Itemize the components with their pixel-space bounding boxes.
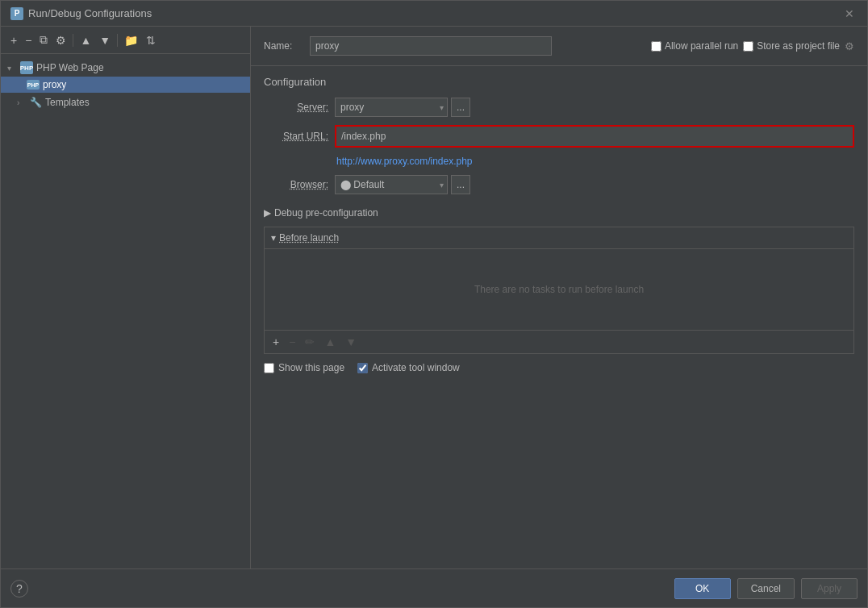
resolved-url-link[interactable]: http://www.proxy.com/index.php — [336, 156, 854, 167]
server-row: Server: proxy ... — [264, 98, 854, 117]
debug-pre-config-header[interactable]: ▶ Debug pre-configuration — [264, 202, 854, 223]
before-launch-toolbar: + − ✏ ▲ ▼ — [265, 330, 853, 353]
help-button[interactable]: ? — [10, 580, 28, 598]
sort-button[interactable]: ⇅ — [143, 32, 159, 48]
chevron-down-icon-bl: ▾ — [271, 232, 276, 244]
start-url-label: Start URL: — [264, 131, 328, 142]
run-debug-dialog: P Run/Debug Configurations ✕ + − ⧉ ⚙ ▲ ▼… — [0, 0, 868, 608]
name-row-checkboxes: Allow parallel run Store as project file… — [651, 40, 854, 52]
start-url-input-wrapper — [335, 125, 854, 148]
server-label: Server: — [264, 102, 328, 113]
templates-tree-item[interactable]: › 🔧 Templates — [1, 94, 250, 110]
name-row: Name: Allow parallel run Store as projec… — [251, 27, 867, 66]
ok-button[interactable]: OK — [674, 578, 731, 599]
show-page-checkbox[interactable] — [264, 363, 274, 373]
before-launch-label: Before launch — [279, 232, 339, 244]
browser-dots-button[interactable]: ... — [451, 175, 470, 194]
start-url-input[interactable] — [336, 127, 853, 146]
separator-2 — [117, 34, 118, 47]
proxy-item-label: proxy — [43, 79, 66, 90]
gear-icon[interactable]: ⚙ — [845, 40, 854, 52]
proxy-tree-item[interactable]: PHP proxy — [1, 77, 250, 93]
bl-add-button[interactable]: + — [269, 334, 282, 350]
remove-config-button[interactable]: − — [22, 32, 35, 48]
before-launch-content: There are no tasks to run before launch — [265, 249, 853, 330]
config-section: Configuration Server: proxy ... — [251, 66, 867, 568]
cancel-button[interactable]: Cancel — [737, 578, 795, 599]
settings-button[interactable]: ⚙ — [52, 32, 69, 48]
left-panel: + − ⧉ ⚙ ▲ ▼ 📁 ⇅ ▾ PHP PHP Web Page — [1, 27, 251, 568]
browser-combo-wrapper: ⬤ Default — [335, 175, 448, 194]
start-url-row: Start URL: — [264, 125, 854, 148]
name-label: Name: — [264, 40, 300, 52]
bl-up-button[interactable]: ▲ — [321, 334, 339, 350]
browser-select[interactable]: ⬤ Default — [335, 175, 448, 194]
templates-label: Templates — [45, 97, 90, 108]
move-up-button[interactable]: ▲ — [77, 32, 94, 48]
copy-config-button[interactable]: ⧉ — [36, 31, 51, 48]
server-select[interactable]: proxy — [335, 98, 448, 117]
allow-parallel-label: Allow parallel run — [665, 40, 738, 52]
apply-button[interactable]: Apply — [801, 578, 858, 599]
phpstorm-icon: P — [10, 7, 23, 20]
title-bar: P Run/Debug Configurations ✕ — [1, 1, 867, 27]
move-down-button[interactable]: ▼ — [96, 32, 114, 48]
main-content: + − ⧉ ⚙ ▲ ▼ 📁 ⇅ ▾ PHP PHP Web Page — [1, 27, 867, 568]
right-panel: Name: Allow parallel run Store as projec… — [251, 27, 867, 568]
before-launch-section: ▾ Before launch There are no tasks to ru… — [264, 227, 854, 354]
wrench-icon: 🔧 — [30, 97, 42, 108]
separator — [73, 34, 73, 47]
name-input[interactable] — [310, 36, 552, 56]
php-web-icon: PHP — [20, 61, 33, 74]
footer: ? OK Cancel Apply — [1, 568, 867, 607]
section-title: Configuration — [264, 76, 854, 88]
before-launch-header[interactable]: ▾ Before launch — [265, 227, 853, 249]
allow-parallel-checkbox-label[interactable]: Allow parallel run — [651, 40, 738, 52]
chevron-down-icon: ▾ — [7, 64, 17, 73]
bl-down-button[interactable]: ▼ — [342, 334, 360, 350]
config-tree: ▾ PHP PHP Web Page PHP proxy › 🔧 Templat… — [1, 54, 250, 568]
chevron-right-icon-debug: ▶ — [264, 207, 271, 219]
activate-tool-window-label: Activate tool window — [372, 362, 460, 373]
php-web-page-group-header[interactable]: ▾ PHP PHP Web Page — [1, 59, 250, 77]
show-page-label: Show this page — [278, 362, 344, 373]
debug-pre-config-label: Debug pre-configuration — [274, 207, 378, 219]
bottom-checkboxes: Show this page Activate tool window — [264, 354, 854, 377]
php-file-icon: PHP — [27, 80, 40, 90]
php-web-page-label: PHP Web Page — [36, 62, 104, 73]
add-config-button[interactable]: + — [7, 32, 20, 48]
dialog-title: Run/Debug Configurations — [28, 7, 152, 19]
folder-button[interactable]: 📁 — [121, 32, 141, 48]
bl-remove-button[interactable]: − — [286, 334, 298, 350]
browser-select-row: ⬤ Default ... — [335, 175, 470, 194]
show-page-checkbox-label[interactable]: Show this page — [264, 362, 344, 373]
store-as-project-label: Store as project file — [757, 40, 840, 52]
php-web-page-group: ▾ PHP PHP Web Page PHP proxy — [1, 57, 250, 94]
activate-tool-window-checkbox[interactable] — [357, 363, 368, 373]
bl-edit-button[interactable]: ✏ — [302, 334, 318, 350]
server-combo-wrapper: proxy — [335, 98, 448, 117]
server-select-wrapper: proxy ... — [335, 98, 470, 117]
activate-tool-window-checkbox-label[interactable]: Activate tool window — [357, 362, 460, 373]
allow-parallel-checkbox[interactable] — [651, 41, 661, 52]
left-toolbar: + − ⧉ ⚙ ▲ ▼ 📁 ⇅ — [1, 27, 250, 54]
title-bar-left: P Run/Debug Configurations — [10, 7, 152, 20]
before-launch-empty-text: There are no tasks to run before launch — [474, 284, 644, 295]
store-as-project-checkbox-label[interactable]: Store as project file — [743, 40, 840, 52]
browser-label: Browser: — [264, 179, 328, 190]
browser-row: Browser: ⬤ Default ... — [264, 175, 854, 194]
store-as-project-checkbox[interactable] — [743, 41, 753, 52]
chevron-right-icon: › — [17, 98, 27, 107]
server-dots-button[interactable]: ... — [451, 98, 470, 117]
close-button[interactable]: ✕ — [841, 6, 858, 22]
